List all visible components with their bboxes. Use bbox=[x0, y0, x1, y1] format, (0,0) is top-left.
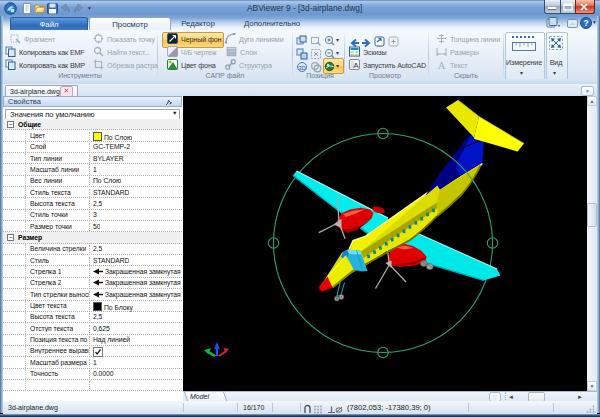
svg-text:?: ? bbox=[583, 18, 588, 28]
svg-text:3D: 3D bbox=[298, 65, 306, 71]
svg-text:A: A bbox=[353, 60, 359, 69]
svg-text:A: A bbox=[438, 59, 446, 70]
